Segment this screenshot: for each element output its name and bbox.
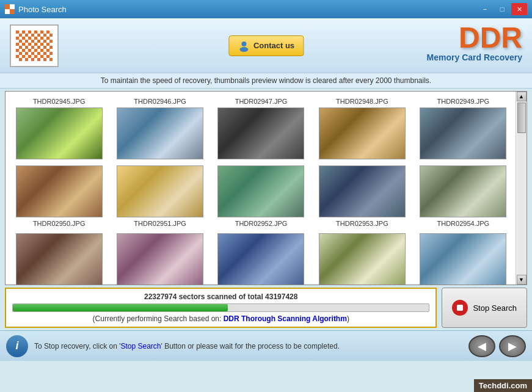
svg-point-9 bbox=[241, 42, 246, 46]
stop-square bbox=[457, 305, 463, 311]
list-item: THDR02953.JPG bbox=[312, 163, 412, 230]
list-item: THDR02951.JPG bbox=[110, 163, 210, 230]
filename-label: THDR02948.JPG bbox=[336, 98, 388, 105]
forward-button[interactable]: ▶ bbox=[499, 335, 526, 357]
filename-label: THDR02952.JPG bbox=[235, 220, 288, 227]
scrollbar[interactable]: ▲ ▼ bbox=[516, 92, 527, 285]
list-item: THDR02956.JPG bbox=[110, 231, 210, 285]
ddr-logo-text: DDR bbox=[427, 23, 522, 53]
thumbnail-image[interactable] bbox=[16, 107, 103, 159]
thumbnail-image[interactable] bbox=[319, 107, 406, 159]
filename-label: THDR02949.JPG bbox=[437, 98, 489, 105]
scroll-down-button[interactable]: ▼ bbox=[517, 275, 527, 285]
app-logo bbox=[10, 24, 59, 67]
list-item: THDR02945.JPG bbox=[9, 95, 109, 162]
thumbnail-image[interactable] bbox=[420, 233, 506, 285]
list-item: THDR02950.JPG bbox=[9, 163, 109, 230]
progress-area: 22327974 sectors scanned of total 431974… bbox=[5, 288, 437, 328]
minimize-button[interactable]: − bbox=[477, 3, 493, 15]
filename-label: THDR02951.JPG bbox=[134, 220, 186, 227]
thumbnail-image[interactable] bbox=[16, 233, 103, 285]
progress-bar-container bbox=[12, 303, 429, 312]
list-item: THDR02954.JPG bbox=[414, 163, 513, 230]
svg-rect-8 bbox=[16, 31, 53, 61]
back-button[interactable]: ◀ bbox=[468, 335, 495, 357]
list-item: THDR02952.JPG bbox=[211, 163, 311, 230]
scroll-thumb[interactable] bbox=[517, 103, 526, 133]
sectors-text: 22327974 sectors scanned of total 431974… bbox=[144, 292, 297, 301]
thumbnail-image[interactable] bbox=[420, 107, 506, 159]
thumbnail-image[interactable] bbox=[420, 165, 506, 217]
status-info-icon: i bbox=[6, 335, 28, 357]
info-text: To maintain the speed of recovery, thumb… bbox=[101, 76, 431, 85]
contact-button[interactable]: Contact us bbox=[228, 35, 304, 56]
ddr-brand: DDR Memory Card Recovery bbox=[427, 23, 522, 62]
filename-label: THDR02947.JPG bbox=[235, 98, 288, 105]
nav-buttons: ◀ ▶ bbox=[468, 335, 526, 357]
progress-bar-fill bbox=[13, 304, 228, 311]
thumbnails-grid: THDR02945.JPG THDR02946.JPG THDR02947.JP… bbox=[5, 92, 527, 285]
algo-highlight: DDR Thorough Scanning Algorithm bbox=[224, 314, 347, 323]
scroll-up-button[interactable]: ▲ bbox=[517, 92, 527, 101]
filename-label: THDR02946.JPG bbox=[134, 98, 186, 105]
thumbnail-image[interactable] bbox=[217, 233, 304, 285]
stop-search-label: Stop Search bbox=[473, 303, 517, 313]
list-item: THDR02958.JPG bbox=[312, 231, 412, 285]
close-button[interactable]: ✕ bbox=[511, 3, 527, 15]
stop-icon bbox=[452, 300, 468, 316]
thumbnail-image[interactable] bbox=[319, 165, 406, 217]
filename-label: THDR02953.JPG bbox=[336, 220, 388, 227]
algo-text: (Currently performing Search based on: D… bbox=[93, 314, 349, 323]
maximize-button[interactable]: □ bbox=[494, 3, 510, 15]
list-item: THDR02955.JPG bbox=[9, 231, 109, 285]
info-bar: To maintain the speed of recovery, thumb… bbox=[0, 73, 532, 89]
scroll-track bbox=[517, 101, 526, 275]
svg-rect-2 bbox=[10, 4, 15, 9]
contact-icon bbox=[238, 40, 250, 52]
thumbnail-image[interactable] bbox=[217, 165, 304, 217]
contact-label: Contact us bbox=[253, 41, 294, 50]
thumbnail-image[interactable] bbox=[16, 165, 103, 217]
thumbnails-panel: THDR02945.JPG THDR02946.JPG THDR02947.JP… bbox=[5, 91, 527, 285]
svg-rect-0 bbox=[5, 4, 10, 9]
logo-checkerboard bbox=[16, 31, 53, 61]
list-item: THDR02957.JPG bbox=[211, 231, 311, 285]
header: Contact us DDR Memory Card Recovery bbox=[0, 18, 532, 73]
svg-rect-1 bbox=[10, 9, 15, 14]
app-icon bbox=[5, 4, 15, 14]
status-text: To Stop recovery, click on 'Stop Search'… bbox=[34, 342, 462, 350]
list-item: THDR02949.JPG bbox=[414, 95, 513, 162]
list-item: THDR02947.JPG bbox=[211, 95, 311, 162]
thumbnail-image[interactable] bbox=[117, 233, 203, 285]
thumbnail-image[interactable] bbox=[217, 107, 304, 159]
titlebar-controls: − □ ✕ bbox=[477, 3, 527, 15]
titlebar-left: Photo Search bbox=[5, 4, 67, 14]
progress-stop-row: 22327974 sectors scanned of total 431974… bbox=[5, 288, 527, 328]
status-bar: i To Stop recovery, click on 'Stop Searc… bbox=[0, 330, 532, 361]
list-item: THDR02959.JPG bbox=[414, 231, 513, 285]
thumbnail-image[interactable] bbox=[319, 233, 406, 285]
svg-point-10 bbox=[239, 47, 248, 52]
filename-label: THDR02945.JPG bbox=[33, 98, 86, 105]
ddr-subtitle: Memory Card Recovery bbox=[427, 53, 522, 62]
titlebar-title: Photo Search bbox=[18, 5, 67, 14]
thumbnail-image[interactable] bbox=[117, 165, 203, 217]
watermark: Techddi.com bbox=[474, 379, 532, 392]
list-item: THDR02948.JPG bbox=[312, 95, 412, 162]
stop-search-link: Stop Search bbox=[120, 342, 161, 350]
stop-search-button[interactable]: Stop Search bbox=[442, 288, 527, 328]
titlebar: Photo Search − □ ✕ bbox=[0, 0, 532, 18]
filename-label: THDR02954.JPG bbox=[437, 220, 489, 227]
filename-label: THDR02950.JPG bbox=[33, 220, 86, 227]
list-item: THDR02946.JPG bbox=[110, 95, 210, 162]
thumbnail-image[interactable] bbox=[117, 107, 203, 159]
svg-rect-3 bbox=[5, 9, 10, 14]
